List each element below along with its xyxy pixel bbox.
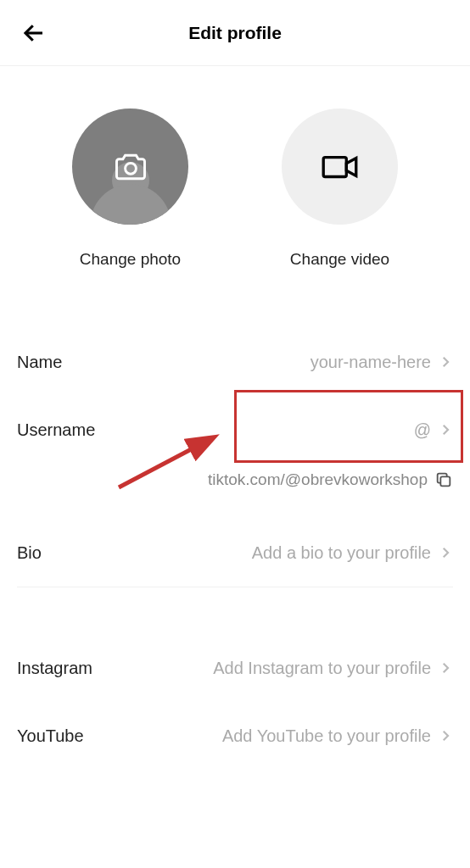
bio-value: Add a bio to your profile	[42, 543, 431, 563]
profile-photo-placeholder	[72, 108, 188, 225]
camera-icon	[112, 148, 149, 186]
change-photo-label: Change photo	[80, 250, 181, 269]
chevron-right-icon	[438, 660, 453, 676]
youtube-label: YouTube	[17, 726, 84, 746]
bio-row[interactable]: Bio Add a bio to your profile	[17, 519, 453, 587]
profile-fields-list: Name your-name-here Username @	[0, 294, 470, 464]
instagram-label: Instagram	[17, 659, 92, 678]
page-title: Edit profile	[188, 23, 282, 43]
change-video-button[interactable]: Change video	[282, 108, 398, 269]
name-value: your-name-here	[62, 353, 431, 372]
instagram-row[interactable]: Instagram Add Instagram to your profile	[17, 634, 453, 702]
username-row[interactable]: Username @	[17, 396, 453, 464]
change-photo-button[interactable]: Change photo	[72, 108, 188, 269]
back-arrow-icon	[21, 20, 47, 46]
copy-icon[interactable]	[434, 470, 453, 489]
profile-video-placeholder	[282, 108, 398, 225]
social-links-section: Instagram Add Instagram to your profile …	[0, 634, 470, 770]
youtube-value: Add YouTube to your profile	[84, 726, 431, 746]
bio-section: Bio Add a bio to your profile	[0, 519, 470, 587]
svg-rect-3	[440, 476, 450, 486]
svg-point-1	[125, 163, 136, 174]
youtube-row[interactable]: YouTube Add YouTube to your profile	[17, 702, 453, 770]
chevron-right-icon	[438, 728, 453, 743]
username-value: @	[95, 420, 431, 440]
chevron-right-icon	[438, 354, 453, 370]
instagram-value: Add Instagram to your profile	[92, 659, 431, 678]
chevron-right-icon	[438, 545, 453, 560]
username-label: Username	[17, 420, 95, 440]
header: Edit profile	[0, 0, 470, 66]
video-camera-icon	[319, 146, 361, 188]
chevron-right-icon	[438, 422, 453, 437]
svg-rect-2	[323, 157, 346, 176]
bio-label: Bio	[17, 543, 42, 563]
media-change-row: Change photo Change video	[0, 66, 470, 294]
name-label: Name	[17, 353, 62, 372]
profile-url: tiktok.com/@obrevkoworkshop	[208, 470, 428, 489]
profile-url-row: tiktok.com/@obrevkoworkshop	[0, 464, 470, 519]
back-button[interactable]	[17, 16, 51, 50]
change-video-label: Change video	[290, 250, 389, 269]
name-row[interactable]: Name your-name-here	[17, 328, 453, 396]
